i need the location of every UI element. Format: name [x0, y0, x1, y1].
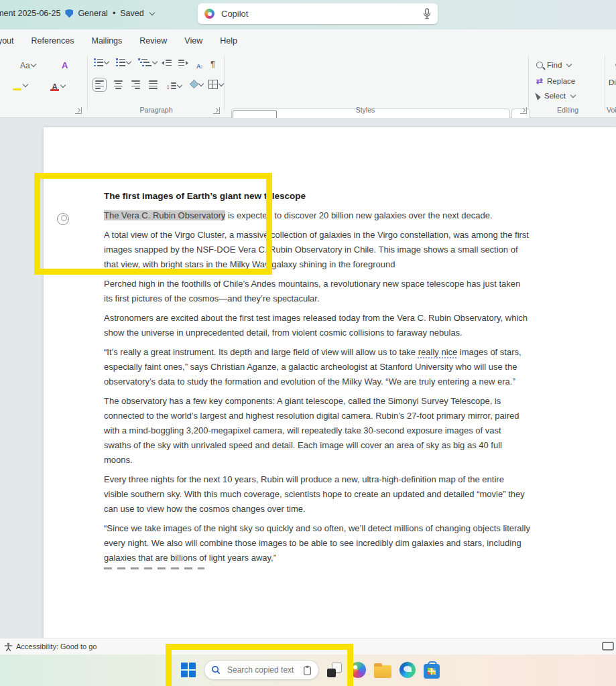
tab-help[interactable]: Help	[211, 31, 246, 50]
sort-button[interactable]	[196, 59, 202, 71]
increase-indent-button[interactable]	[178, 60, 188, 66]
editing-group-label: Editing	[546, 106, 589, 114]
tab-mailings[interactable]: Mailings	[82, 31, 131, 50]
align-center-button[interactable]	[114, 80, 123, 89]
taskbar-search[interactable]	[204, 660, 319, 680]
start-button[interactable]	[181, 663, 196, 677]
paragraph: Astronomers are excited about the first …	[104, 311, 530, 340]
text-effects-button[interactable]	[62, 59, 68, 71]
document-page[interactable]: The first images of Earth’s giant new te…	[44, 127, 616, 638]
taskbar	[0, 654, 616, 686]
selected-text[interactable]: The Vera C. Rubin Observatory	[104, 210, 225, 220]
intro-paragraph: The Vera C. Rubin Observatory is expecte…	[104, 208, 530, 223]
select-cursor-icon	[535, 91, 541, 100]
font-color-button[interactable]	[50, 80, 65, 90]
decrease-indent-button[interactable]	[162, 60, 172, 66]
styles-group-label: Styles	[342, 106, 389, 114]
search-icon	[536, 62, 543, 68]
task-view-button[interactable]	[327, 663, 342, 677]
ribbon-tab-row: Layout References Mailings Review View H…	[0, 29, 616, 52]
document-title: Document 2025-06-25	[0, 9, 60, 18]
quote-paragraph: “It’s really a great instrument. Its dep…	[104, 345, 530, 389]
copilot-search-box[interactable]: Copilot	[198, 3, 438, 24]
copilot-icon	[204, 9, 214, 19]
show-paragraph-marks-button[interactable]	[210, 58, 215, 70]
styles-dialog-launcher[interactable]	[520, 107, 527, 114]
accessibility-icon	[4, 642, 13, 651]
copilot-label: Copilot	[221, 9, 416, 19]
find-button[interactable]: Find	[536, 61, 571, 69]
text-highlight-button[interactable]	[12, 80, 27, 90]
document-text: The first images of Earth’s giant new te…	[104, 188, 530, 569]
tab-references[interactable]: References	[23, 31, 83, 50]
group-divider	[605, 56, 605, 111]
borders-button[interactable]	[208, 80, 223, 89]
font-dialog-launcher[interactable]	[75, 107, 82, 114]
document-canvas: The first images of Earth’s giant new te…	[0, 118, 616, 638]
group-divider	[528, 56, 529, 111]
clipboard-icon[interactable]	[303, 665, 312, 675]
tab-view[interactable]: View	[176, 31, 211, 50]
microphone-icon[interactable]	[423, 8, 431, 19]
paragraph: The observatory has a few key components…	[104, 394, 530, 468]
paragraph: “Since we take images of the night sky s…	[104, 521, 530, 565]
justify-button[interactable]	[149, 80, 158, 89]
shading-button[interactable]	[190, 80, 203, 88]
bullets-button[interactable]	[94, 58, 109, 66]
tab-layout[interactable]: Layout	[0, 31, 23, 50]
document-title-area: Document 2025-06-25 General • Saved	[0, 9, 154, 18]
sensitivity-label[interactable]: General	[78, 9, 107, 18]
paragraph-dialog-launcher[interactable]	[213, 107, 220, 114]
view-mode-icon[interactable]	[601, 641, 616, 653]
line-spacing-button[interactable]	[166, 80, 182, 92]
change-case-button[interactable]	[20, 59, 36, 71]
ribbon: Paragraph Normal No Spacing Heading Head…	[0, 52, 616, 118]
save-status[interactable]: Saved	[120, 9, 143, 18]
separator-dot: •	[113, 9, 115, 18]
replace-button[interactable]: Replace	[536, 76, 575, 86]
chevron-down-icon	[149, 10, 154, 15]
numbering-button[interactable]	[116, 58, 131, 66]
group-divider	[87, 56, 88, 111]
edge-browser-icon[interactable]	[399, 662, 416, 678]
clipped-text-line	[104, 567, 204, 569]
voice-group-label: Voice	[607, 106, 616, 114]
font-color-bar	[50, 89, 59, 92]
article-heading: The first images of Earth’s giant new te…	[104, 188, 530, 204]
sensitivity-shield-icon	[65, 9, 73, 18]
margin-copilot-icon[interactable]	[57, 213, 69, 225]
taskbar-search-input[interactable]	[226, 665, 298, 675]
highlight-color-bar	[13, 88, 21, 91]
copilot-taskbar-icon[interactable]	[350, 662, 366, 678]
select-button[interactable]: Select	[536, 92, 575, 100]
dictate-button[interactable]: Dictate	[609, 56, 616, 92]
search-icon	[211, 665, 221, 675]
accessibility-status[interactable]: Accessibility: Good to go	[16, 642, 97, 650]
tab-review[interactable]: Review	[131, 31, 176, 50]
title-bar: Document 2025-06-25 General • Saved Copi…	[0, 0, 616, 29]
paragraph: Perched high in the foothills of Chile’s…	[104, 277, 530, 306]
multilevel-list-button[interactable]	[138, 58, 157, 66]
paragraph: Every three nights for the next 10 years…	[104, 472, 530, 517]
file-explorer-icon[interactable]	[374, 665, 391, 678]
grammar-marked-text: really nice	[418, 347, 458, 357]
status-bar: Accessibility: Good to go	[0, 638, 616, 655]
align-left-button[interactable]	[95, 80, 104, 89]
replace-icon	[536, 76, 543, 86]
paragraph-group-label: Paragraph	[124, 106, 188, 114]
paragraph: A total view of the Virgo Cluster, a mas…	[104, 228, 530, 272]
align-right-button[interactable]	[131, 80, 140, 89]
microsoft-store-icon[interactable]	[424, 664, 440, 679]
